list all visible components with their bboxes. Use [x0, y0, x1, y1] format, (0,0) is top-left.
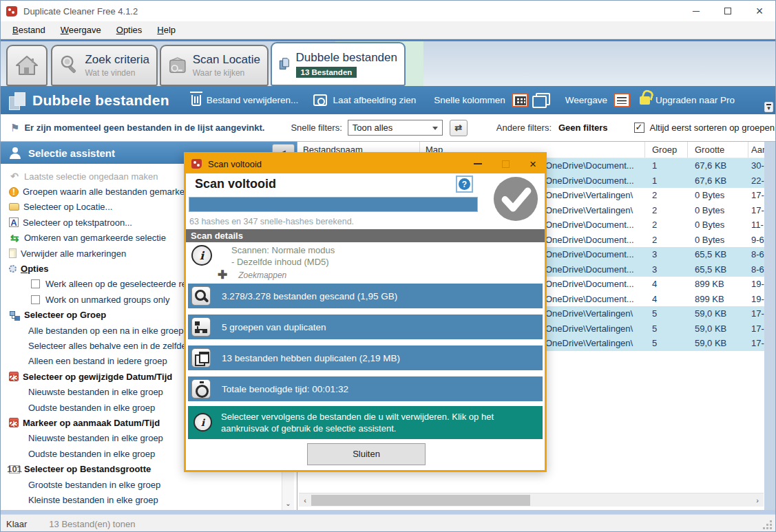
- menu-bar: BestandWeergaveOptiesHelp: [1, 21, 775, 39]
- progress-fill: [189, 198, 477, 211]
- duplicate-files-icon: [279, 48, 291, 80]
- tab-sublabel: Wat te vinden: [85, 68, 149, 78]
- image-icon: [313, 94, 327, 106]
- menu-item[interactable]: Opties: [109, 23, 150, 37]
- scan-mode-text: Scannen: Normale modus - Dezelfde inhoud…: [231, 244, 335, 268]
- padlock-icon: [640, 96, 650, 105]
- checkbox[interactable]: [31, 295, 40, 304]
- dialog-title-bar: Scan voltooid ×: [186, 154, 545, 173]
- upgrade-pro-button[interactable]: Upgraden naar Pro: [640, 95, 735, 105]
- delete-file-button[interactable]: Bestand verwijderen...: [191, 95, 299, 106]
- tab-sublabel: Waar te kijken: [193, 68, 260, 78]
- maximize-button[interactable]: [712, 1, 744, 21]
- home-icon: [14, 54, 39, 76]
- maximize-icon: [724, 8, 731, 14]
- scan-stats: 3.278/3.278 bestanden gescand (1,95 GB) …: [188, 284, 543, 407]
- checkbox[interactable]: [31, 279, 40, 288]
- groups-icon: [191, 317, 211, 337]
- cal-icon: [9, 418, 19, 427]
- tree-icon: [9, 310, 20, 321]
- search-folders-row[interactable]: ✚ Zoekmappen: [218, 269, 286, 281]
- status-info: 13 Bestand(en) tonen: [49, 519, 135, 529]
- scan-icon: [191, 286, 211, 306]
- progress-bar: [189, 197, 478, 212]
- advice-text: Selecteer vervolgens de bestanden die u …: [221, 411, 536, 434]
- close-dialog-button[interactable]: Sluiten: [307, 443, 426, 465]
- column-header[interactable]: Groep: [645, 142, 688, 158]
- chevron-down-icon: [432, 127, 438, 130]
- tab-label: Scan Locatie: [193, 53, 260, 67]
- help-button[interactable]: [456, 175, 473, 193]
- other-filters-label: Andere filters:: [496, 123, 552, 133]
- show-image-button[interactable]: Laat afbeelding zien: [313, 94, 416, 106]
- close-button[interactable]: ×: [744, 1, 775, 21]
- window-edge-strip: [764, 142, 775, 510]
- hash-note: 63 hashes en 347 snelle-hashes berekend.: [189, 217, 354, 226]
- menu-item[interactable]: Bestand: [5, 23, 53, 37]
- page-icon: [9, 248, 17, 258]
- time-icon: [191, 379, 211, 398]
- scroll-down-icon[interactable]: ⌄: [282, 498, 294, 510]
- list-item[interactable]: Kleinste bestanden in elke groep: [1, 492, 282, 507]
- status-bar: Klaar 13 Bestand(en) tonen: [1, 514, 775, 532]
- tab-home[interactable]: [6, 45, 48, 86]
- other-filters-value: Geen filters: [558, 123, 608, 133]
- quick-filters-dropdown[interactable]: Toon alles: [348, 120, 443, 136]
- gears-icon: [9, 265, 17, 273]
- tab-strip: Zoek criteria Wat te vinden Scan Locatie…: [1, 39, 775, 86]
- tab-search-criteria[interactable]: Zoek criteria Wat te vinden: [51, 45, 158, 86]
- stat-bar: 5 groepen van duplicaten: [188, 315, 543, 339]
- scan-complete-dialog: Scan voltooid × Scan voltooid 63 hashes …: [184, 152, 547, 472]
- tab-scan-location[interactable]: Scan Locatie Waar te kijken: [160, 45, 269, 86]
- dialog-minimize-button[interactable]: [474, 163, 482, 164]
- page-title: Dubbele bestanden: [32, 92, 169, 109]
- dialog-heading: Scan voltooid: [195, 177, 276, 191]
- scan-location-icon: [168, 52, 187, 78]
- filter-bar: ⚑ Er zijn momenteel geen bestanden in de…: [1, 114, 775, 142]
- size-icon: [9, 465, 20, 474]
- menu-item[interactable]: Help: [149, 23, 183, 37]
- horizontal-scrollbar[interactable]: ‹ ›: [299, 493, 764, 507]
- grid-view-icon[interactable]: [512, 93, 528, 107]
- dialog-close-button[interactable]: ×: [529, 158, 536, 170]
- success-check-icon: [492, 175, 539, 222]
- status-state: Klaar: [6, 519, 27, 529]
- stat-bar: Totale benodigde tijd: 00:01:32: [188, 376, 543, 401]
- scrollbar-thumb[interactable]: [311, 495, 530, 506]
- list-view-icon[interactable]: [614, 93, 630, 107]
- invert-icon: [9, 233, 20, 244]
- dialog-body: Scan voltooid 63 hashes en 347 snelle-ha…: [186, 173, 545, 470]
- dialog-title: Scan voltooid: [208, 159, 262, 169]
- scroll-left-icon[interactable]: ‹: [299, 496, 311, 504]
- stat-bar: 13 bestanden hebben duplicaten (2,19 MB): [188, 345, 543, 370]
- dupes-icon: [191, 348, 211, 368]
- duplicate-files-small-icon: [9, 91, 27, 110]
- info-icon: i: [193, 413, 212, 432]
- scroll-right-icon[interactable]: ›: [751, 496, 764, 504]
- windows-view-icon[interactable]: [532, 93, 550, 108]
- advice-banner: i Selecteer vervolgens de bestanden die …: [188, 406, 543, 439]
- column-header[interactable]: Grootte: [688, 142, 748, 158]
- person-icon: [9, 147, 21, 158]
- toolbar-overflow-button[interactable]: [764, 102, 773, 112]
- window-title: Duplicate Cleaner Free 4.1.2: [23, 6, 138, 17]
- refresh-button[interactable]: ⇄: [450, 120, 468, 136]
- minimize-button[interactable]: ─: [680, 1, 712, 21]
- scan-details-header: Scan details: [186, 229, 545, 242]
- dialog-maximize-button[interactable]: [502, 160, 510, 168]
- tab-duplicate-files[interactable]: Dubbele bestanden 13 Bestanden: [271, 42, 406, 86]
- warn-icon: [9, 187, 19, 197]
- info-icon: i: [191, 245, 212, 266]
- column-header[interactable]: Aan: [748, 142, 765, 158]
- stat-bar: 3.278/3.278 bestanden gescand (1,95 GB): [188, 284, 543, 308]
- main-toolbar: Dubbele bestanden Bestand verwijderen...…: [1, 86, 775, 114]
- resize-grip[interactable]: [770, 527, 772, 529]
- plus-icon: ✚: [218, 269, 227, 281]
- undo-icon: [9, 171, 20, 182]
- quick-filters-label: Snelle filters:: [291, 123, 342, 133]
- sort-groups-checkbox[interactable]: [634, 123, 644, 133]
- app-window: Duplicate Cleaner Free 4.1.2 ─ × Bestand…: [0, 0, 776, 532]
- menu-item[interactable]: Weergave: [53, 23, 109, 37]
- list-item[interactable]: Grootste bestanden in elke groep: [1, 477, 282, 492]
- panel-title: Selectie assistent: [28, 147, 115, 159]
